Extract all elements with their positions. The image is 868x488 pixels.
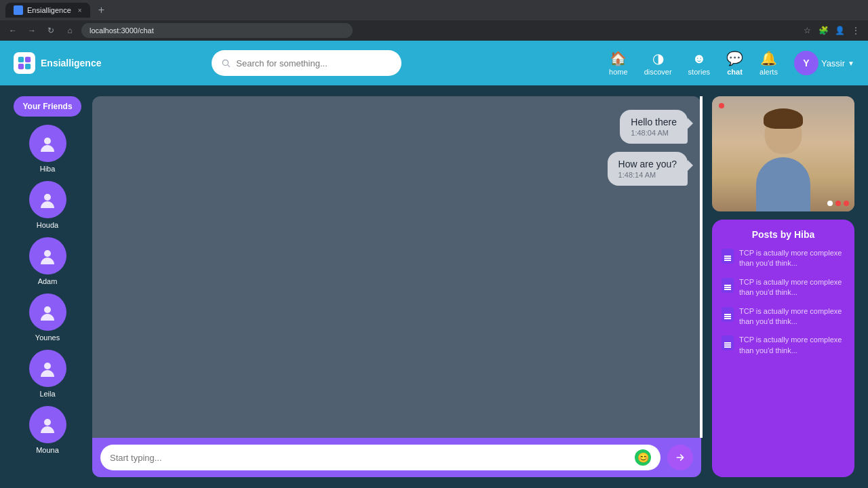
emoji-button[interactable]: 😊 (635, 449, 651, 466)
video-ctrl-3 (844, 201, 849, 206)
back-button[interactable]: ← (5, 23, 20, 38)
extension-icon[interactable]: 🧩 (816, 24, 830, 37)
alerts-nav-label: alerts (760, 68, 778, 76)
tab-close-button[interactable]: × (78, 7, 82, 14)
post-icon-3 (722, 307, 734, 322)
message-1: Hello there 1:48:04 AM (620, 110, 688, 144)
person-icon (38, 134, 57, 153)
svg-point-4 (223, 60, 229, 65)
friend-name-mouna: Mouna (36, 446, 59, 454)
send-icon (675, 452, 686, 463)
user-menu-button[interactable]: Y Yassir ▼ (794, 51, 854, 75)
nav-alerts[interactable]: 🔔 alerts (760, 50, 778, 76)
friend-avatar-mouna (29, 406, 66, 443)
send-button[interactable] (667, 445, 693, 470)
message-text-1: Hello there (631, 117, 677, 127)
chevron-down-icon: ▼ (848, 60, 854, 67)
recording-dot (719, 103, 724, 108)
nav-discover[interactable]: ◑ discover (644, 50, 672, 76)
svg-point-6 (44, 138, 51, 144)
discover-nav-icon: ◑ (652, 50, 664, 66)
discover-nav-label: discover (644, 68, 672, 76)
svg-point-11 (44, 419, 51, 426)
alerts-nav-icon: 🔔 (760, 50, 777, 66)
friend-houda[interactable]: Houda (29, 181, 66, 229)
video-ctrl-1 (827, 201, 833, 206)
friend-leila[interactable]: Leila (29, 350, 66, 398)
friend-name-younes: Younes (35, 333, 60, 342)
your-friends-button[interactable]: Your Friends (14, 96, 81, 117)
message-2: How are you? 1:48:14 AM (608, 152, 688, 186)
post-text-3: TCP is actually more complexe than you'd… (739, 306, 845, 327)
post-text-2: TCP is actually more complexe than you'd… (739, 277, 845, 298)
message-text-2: How are you? (618, 159, 677, 169)
chat-nav-label: chat (727, 68, 743, 76)
friend-name-adam: Adam (38, 277, 58, 285)
posts-title: Posts by Hiba (722, 229, 845, 240)
post-icon-1 (722, 249, 734, 264)
video-thumbnail (712, 96, 854, 211)
person-icon (38, 190, 57, 209)
nav-chat[interactable]: 💬 chat (726, 50, 743, 76)
post-icon-4 (722, 336, 734, 350)
chat-input-wrapper: 😊 (100, 445, 660, 470)
svg-rect-0 (18, 57, 24, 62)
person-icon (38, 303, 57, 322)
friend-name-houda: Houda (37, 221, 58, 229)
friend-adam[interactable]: Adam (29, 237, 66, 285)
chat-input-area: 😊 (92, 438, 701, 477)
friend-name-leila: Leila (39, 390, 55, 398)
menu-icon[interactable]: ⋮ (849, 24, 863, 37)
stories-nav-icon: ☻ (692, 51, 706, 66)
search-bar[interactable] (212, 50, 401, 76)
nav-home[interactable]: 🏠 home (609, 50, 628, 76)
search-input[interactable] (236, 58, 372, 68)
user-name: Yassir (821, 58, 845, 68)
home-nav-icon: 🏠 (610, 50, 627, 66)
friends-sidebar: Your Friends Hiba Houda (14, 96, 81, 477)
logo-box (14, 52, 35, 74)
video-preview[interactable] (712, 96, 854, 211)
forward-button[interactable]: → (24, 23, 39, 38)
home-button[interactable]: ⌂ (62, 23, 77, 38)
stories-nav-label: stories (688, 68, 710, 76)
svg-point-10 (44, 363, 51, 369)
app-header: Ensialligence 🏠 home ◑ discover ☻ storie… (0, 41, 868, 85)
chat-input[interactable] (110, 453, 629, 463)
nav-stories[interactable]: ☻ stories (688, 51, 710, 76)
chat-messages: Hello there 1:48:04 AM How are you? 1:48… (92, 96, 701, 438)
tab-title: Ensialligence (27, 6, 71, 14)
post-item-4[interactable]: TCP is actually more complexe than you'd… (722, 335, 845, 356)
tab-favicon (14, 5, 23, 15)
search-icon (221, 58, 231, 68)
home-nav-label: home (609, 68, 628, 76)
reload-button[interactable]: ↻ (43, 23, 58, 38)
svg-rect-3 (25, 64, 31, 69)
bookmark-icon[interactable]: ☆ (800, 24, 814, 37)
friend-avatar-leila (29, 350, 66, 387)
post-item-3[interactable]: TCP is actually more complexe than you'd… (722, 306, 845, 327)
svg-point-9 (44, 306, 51, 313)
new-tab-button[interactable]: + (94, 3, 108, 18)
friend-hiba[interactable]: Hiba (29, 125, 66, 173)
friend-name-hiba: Hiba (40, 165, 56, 173)
address-bar[interactable]: localhost:3000/chat (81, 23, 353, 38)
user-avatar: Y (794, 51, 818, 75)
logo-area: Ensialligence (14, 52, 101, 74)
friend-younes[interactable]: Younes (29, 293, 66, 342)
person-icon (38, 415, 57, 434)
friend-avatar-adam (29, 237, 66, 274)
video-ctrl-2 (835, 201, 841, 206)
profile-icon[interactable]: 👤 (833, 24, 846, 37)
browser-tab[interactable]: Ensialligence × (5, 3, 90, 18)
post-icon-2 (722, 278, 734, 293)
post-item-2[interactable]: TCP is actually more complexe than you'd… (722, 277, 845, 298)
post-item-1[interactable]: TCP is actually more complexe than you'd… (722, 248, 845, 269)
friend-mouna[interactable]: Mouna (29, 406, 66, 454)
post-text-1: TCP is actually more complexe than you'd… (739, 248, 845, 269)
chat-nav-icon: 💬 (726, 50, 743, 66)
svg-point-7 (44, 194, 51, 201)
svg-rect-1 (25, 57, 31, 62)
main-content: Your Friends Hiba Houda (0, 85, 868, 488)
friend-avatar-houda (29, 181, 66, 218)
